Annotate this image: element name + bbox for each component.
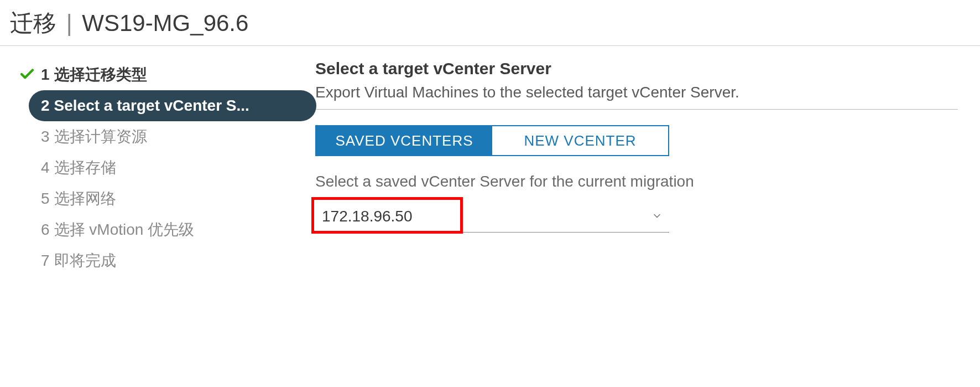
page-title: 迁移 | WS19-MG_96.6 — [0, 0, 980, 46]
step-number: 7 — [41, 252, 50, 270]
step-number: 2 — [41, 97, 50, 115]
title-vm-name: WS19-MG_96.6 — [82, 10, 248, 36]
step-number: 3 — [41, 128, 50, 146]
vcenter-tabs: SAVED VCENTERS NEW VCENTER — [315, 125, 669, 156]
wizard-steps: 1 选择迁移类型 2 Select a target vCenter S... … — [0, 59, 315, 276]
panel-heading: Select a target vCenter Server — [315, 59, 958, 78]
main-panel: Select a target vCenter Server Export Vi… — [315, 59, 980, 276]
saved-vcenter-dropdown[interactable]: 172.18.96.50 — [315, 200, 669, 233]
tab-saved-vcenters[interactable]: SAVED VCENTERS — [316, 126, 492, 155]
step-number: 5 — [41, 190, 50, 208]
wizard-step-7[interactable]: 7 即将完成 — [19, 245, 315, 276]
check-icon — [19, 66, 35, 82]
wizard-step-1[interactable]: 1 选择迁移类型 — [19, 59, 315, 90]
wizard-step-4[interactable]: 4 选择存储 — [19, 152, 315, 183]
dropdown-value: 172.18.96.50 — [322, 208, 413, 225]
tab-new-vcenter[interactable]: NEW VCENTER — [492, 126, 668, 155]
chevron-down-icon — [651, 208, 663, 225]
step-number: 6 — [41, 221, 50, 239]
step-label: 即将完成 — [54, 250, 116, 271]
title-separator: | — [66, 10, 72, 36]
step-label: 选择迁移类型 — [54, 64, 147, 85]
step-number: 4 — [41, 159, 50, 177]
step-label: 选择存储 — [54, 157, 116, 178]
step-label: Select a target vCenter S... — [54, 97, 249, 115]
panel-description: Export Virtual Machines to the selected … — [315, 84, 958, 110]
step-number: 1 — [41, 66, 50, 84]
step-label: 选择 vMotion 优先级 — [54, 219, 195, 240]
step-label: 选择网络 — [54, 188, 116, 209]
dropdown-hint: Select a saved vCenter Server for the cu… — [315, 173, 958, 190]
title-prefix: 迁移 — [10, 10, 56, 36]
wizard-step-2[interactable]: 2 Select a target vCenter S... — [29, 90, 316, 121]
wizard-step-5[interactable]: 5 选择网络 — [19, 183, 315, 214]
step-label: 选择计算资源 — [54, 126, 147, 147]
wizard-step-3[interactable]: 3 选择计算资源 — [19, 121, 315, 152]
wizard-step-6[interactable]: 6 选择 vMotion 优先级 — [19, 214, 315, 245]
